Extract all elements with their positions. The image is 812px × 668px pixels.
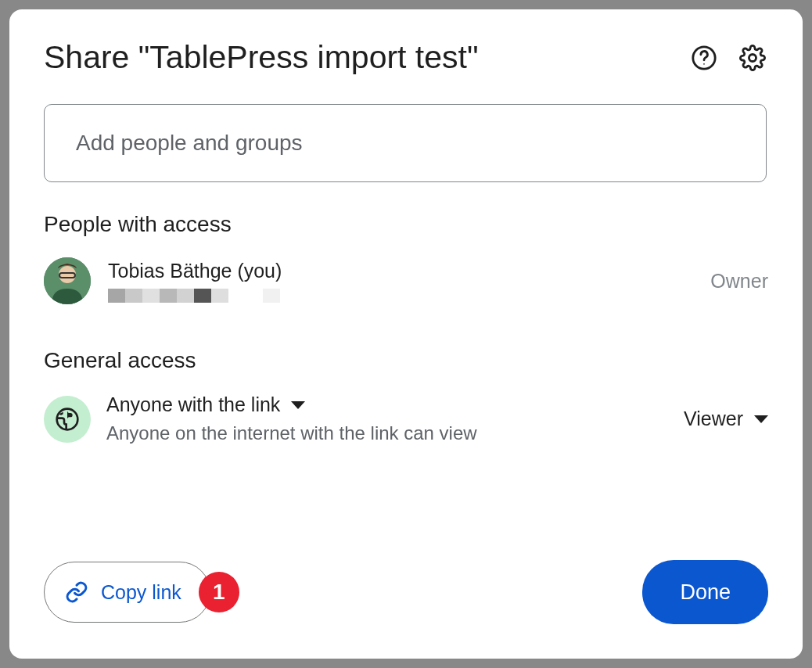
people-section-title: People with access bbox=[44, 212, 768, 237]
general-access-info: Anyone with the link Anyone on the inter… bbox=[106, 393, 668, 444]
add-people-placeholder: Add people and groups bbox=[76, 131, 303, 156]
person-info: Tobias Bäthge (you) bbox=[108, 260, 693, 303]
general-access-description: Anyone on the internet with the link can… bbox=[106, 422, 668, 444]
gear-icon bbox=[739, 45, 766, 71]
help-button[interactable] bbox=[688, 42, 720, 74]
copy-link-button[interactable]: Copy link 1 bbox=[44, 562, 210, 623]
svg-point-4 bbox=[59, 266, 76, 283]
globe-icon bbox=[55, 407, 80, 432]
add-people-input[interactable]: Add people and groups bbox=[44, 104, 767, 182]
done-button[interactable]: Done bbox=[642, 560, 768, 624]
settings-button[interactable] bbox=[737, 42, 768, 74]
person-row: Tobias Bäthge (you) Owner bbox=[44, 257, 768, 304]
svg-point-1 bbox=[703, 63, 705, 64]
general-access-row: Anyone with the link Anyone on the inter… bbox=[44, 393, 768, 444]
caret-down-icon bbox=[754, 415, 768, 423]
general-access-scope-dropdown[interactable]: Anyone with the link bbox=[106, 393, 668, 416]
general-access-scope-label: Anyone with the link bbox=[106, 393, 280, 416]
help-icon bbox=[691, 45, 717, 71]
general-access-role-dropdown[interactable]: Viewer bbox=[684, 408, 768, 430]
annotation-badge: 1 bbox=[199, 572, 239, 612]
avatar bbox=[44, 257, 91, 304]
caret-down-icon bbox=[291, 401, 305, 409]
person-name: Tobias Bäthge (you) bbox=[108, 260, 693, 282]
link-icon bbox=[65, 580, 88, 604]
dialog-title: Share "TablePress import test" bbox=[44, 39, 479, 76]
person-role: Owner bbox=[710, 270, 768, 293]
person-email-redacted bbox=[108, 289, 693, 303]
header-actions bbox=[688, 42, 768, 74]
general-section-title: General access bbox=[44, 348, 768, 373]
copy-link-label: Copy link bbox=[101, 581, 181, 604]
dialog-footer: Copy link 1 Done bbox=[44, 560, 768, 624]
dialog-header: Share "TablePress import test" bbox=[44, 39, 768, 76]
share-dialog: Share "TablePress import test" Add peopl… bbox=[9, 9, 803, 659]
svg-point-2 bbox=[749, 54, 756, 61]
general-access-icon-container bbox=[44, 396, 91, 443]
general-access-role-label: Viewer bbox=[684, 408, 743, 430]
avatar-image bbox=[44, 257, 91, 304]
